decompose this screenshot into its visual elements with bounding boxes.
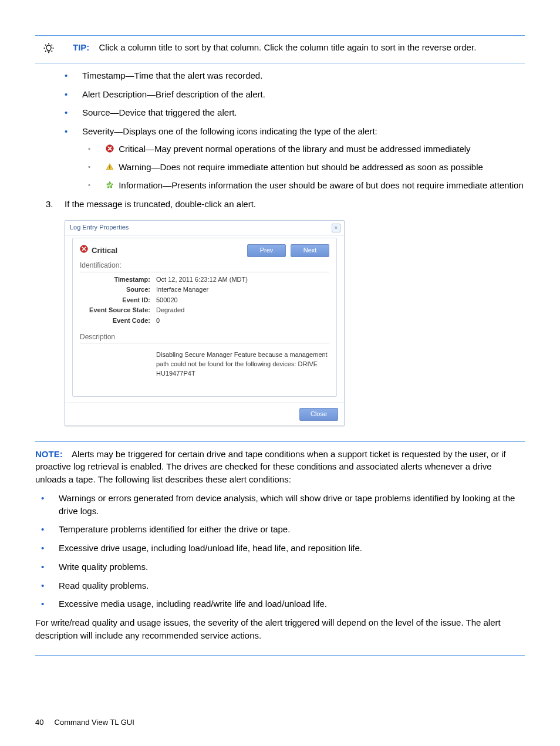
severity-warning-text: Warning—Does not require immediate atten… xyxy=(119,162,483,172)
note-outro: For write/read quality and usage issues,… xyxy=(35,616,525,642)
note-bullet-3: Excessive drive usage, including load/un… xyxy=(35,542,525,555)
severity-info: Information—Presents information the use… xyxy=(82,179,525,193)
kv-ec-v: 0 xyxy=(156,316,329,326)
svg-rect-10 xyxy=(109,166,110,168)
page-number: 40 xyxy=(35,718,43,727)
svg-point-5 xyxy=(51,50,52,52)
dialog-title-text: Log Entry Properties xyxy=(70,223,129,232)
identification-heading: Identification: xyxy=(80,261,329,272)
svg-point-6 xyxy=(51,45,52,46)
bullet-timestamp: Timestamp—Time that the alert was record… xyxy=(59,69,525,82)
tip-text: Click a column title to sort by that col… xyxy=(99,42,477,52)
kv-source-v: Interface Manager xyxy=(156,285,329,295)
note-bullet-5: Read quality problems. xyxy=(35,579,525,592)
kv-eventid-v: 500020 xyxy=(156,295,329,306)
severity-warning: Warning—Does not require immediate atten… xyxy=(82,161,525,174)
note-bullet-4: Write quality problems. xyxy=(35,561,525,573)
note-bullet-1: Warnings or errors generated from device… xyxy=(35,492,525,518)
note-intro: Alerts may be triggered for certain driv… xyxy=(35,449,506,485)
dialog-titlebar: Log Entry Properties × xyxy=(65,221,344,235)
tip-icon xyxy=(43,42,55,58)
tip-callout: TIP: Click a column title to sort by tha… xyxy=(35,35,525,63)
steps-list: 3. If the message is truncated, double-c… xyxy=(41,198,525,211)
step-3-num: 3. xyxy=(46,198,53,211)
severity-sublist: Critical—May prevent normal operations o… xyxy=(82,143,525,193)
note-bullet-2: Temperature problems identified for eith… xyxy=(35,523,525,536)
kv-timestamp-k: Timestamp: xyxy=(80,275,156,285)
log-entry-dialog: Log Entry Properties × Critical xyxy=(65,220,345,426)
next-button[interactable]: Next xyxy=(291,244,329,257)
note-label: NOTE: xyxy=(35,449,63,459)
bullet-source: Source—Device that triggered the alert. xyxy=(59,106,525,119)
svg-point-2 xyxy=(44,48,45,49)
close-icon: × xyxy=(335,224,338,232)
prev-button[interactable]: Prev xyxy=(247,244,286,257)
svg-point-4 xyxy=(45,45,46,46)
dialog-severity: Critical xyxy=(80,245,117,256)
tip-icon-cell xyxy=(35,41,65,58)
step-3-text: If the message is truncated, double-clic… xyxy=(65,199,256,209)
note-callout: NOTE: Alerts may be triggered for certai… xyxy=(35,441,525,656)
note-bullets: Warnings or errors generated from device… xyxy=(35,492,525,610)
kv-ess-k: Event Source State: xyxy=(80,305,156,316)
severity-critical-text: Critical—May prevent normal operations o… xyxy=(119,144,470,154)
svg-point-7 xyxy=(45,50,46,52)
svg-point-1 xyxy=(48,52,49,53)
bullet-description: Alert Description—Brief description of t… xyxy=(59,88,525,101)
kv-ec-k: Event Code: xyxy=(80,316,156,326)
info-icon xyxy=(106,180,114,193)
kv-timestamp-v: Oct 12, 2011 6:23:12 AM (MDT) xyxy=(156,275,329,285)
critical-icon xyxy=(106,143,114,156)
kv-source-k: Source: xyxy=(80,285,156,295)
warning-icon xyxy=(106,161,114,174)
dialog-close-button[interactable]: × xyxy=(332,224,340,232)
svg-point-3 xyxy=(53,48,54,49)
description-heading: Description xyxy=(80,332,329,343)
svg-point-0 xyxy=(48,43,49,45)
note-bullet-6: Excessive media usage, including read/wr… xyxy=(35,598,525,610)
severity-critical: Critical—May prevent normal operations o… xyxy=(82,143,525,156)
bullet-severity-text: Severity—Displays one of the following i… xyxy=(82,126,377,136)
step-3: 3. If the message is truncated, double-c… xyxy=(41,198,525,211)
bullet-severity: Severity—Displays one of the following i… xyxy=(59,125,525,192)
description-text: Disabling Secure Manager Feature because… xyxy=(150,346,329,389)
dialog-critical-icon xyxy=(80,245,88,256)
svg-rect-8 xyxy=(48,51,49,52)
close-button[interactable]: Close xyxy=(299,408,338,421)
tip-label: TIP: xyxy=(73,42,89,52)
chapter-title: Command View TL GUI xyxy=(55,718,134,727)
kv-eventid-k: Event ID: xyxy=(80,295,156,306)
page-footer: 40 Command View TL GUI xyxy=(35,717,134,728)
svg-rect-11 xyxy=(109,168,110,169)
kv-ess-v: Degraded xyxy=(156,305,329,316)
column-bullets: Timestamp—Time that the alert was record… xyxy=(59,69,525,193)
severity-info-text: Information—Presents information the use… xyxy=(119,180,524,190)
dialog-severity-text: Critical xyxy=(92,245,117,256)
